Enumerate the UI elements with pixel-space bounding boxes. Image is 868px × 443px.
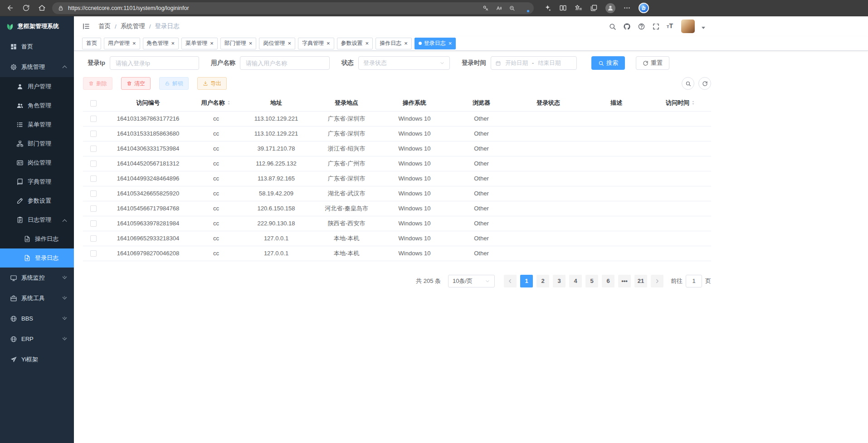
- sidebar-item-bbs[interactable]: BBS: [0, 308, 74, 329]
- zoom-out-icon[interactable]: [509, 5, 515, 11]
- row-checkbox[interactable]: [90, 220, 97, 227]
- sidebar-item-post-management[interactable]: 岗位管理: [0, 153, 74, 172]
- tab-6[interactable]: 字典管理×: [298, 38, 334, 49]
- favorites-bar-icon[interactable]: [575, 4, 582, 12]
- row-checkbox[interactable]: [90, 205, 97, 212]
- goto-page-input[interactable]: [686, 275, 702, 287]
- login-ip-input[interactable]: [110, 56, 199, 70]
- reset-button[interactable]: 重置: [636, 56, 669, 70]
- breadcrumb-item[interactable]: 首页: [98, 22, 111, 30]
- search-button[interactable]: 搜索: [591, 56, 625, 70]
- font-size-icon[interactable]: TT: [667, 23, 674, 30]
- sidebar-item-role-management[interactable]: 角色管理: [0, 96, 74, 115]
- sidebar-item-operation-log[interactable]: 操作日志: [0, 229, 74, 248]
- column-header[interactable]: 用户名称: [192, 95, 240, 111]
- refresh-table-button[interactable]: [698, 77, 711, 90]
- sidebar-item-department-management[interactable]: 部门管理: [0, 134, 74, 153]
- split-screen-icon[interactable]: [559, 4, 567, 12]
- sidebar-item-login-log[interactable]: 登录日志: [0, 248, 74, 268]
- profile-icon[interactable]: [605, 3, 615, 13]
- export-button[interactable]: 导出: [197, 77, 227, 90]
- url-text[interactable]: https://ccnetcore.com:1101/system/log/lo…: [68, 5, 478, 11]
- close-icon[interactable]: ×: [327, 40, 330, 46]
- page-button-3[interactable]: 3: [553, 275, 566, 287]
- tab-4[interactable]: 部门管理×: [220, 38, 257, 49]
- read-aloud-icon[interactable]: [496, 5, 502, 11]
- row-checkbox[interactable]: [90, 190, 97, 197]
- more-pages-button[interactable]: •••: [618, 275, 631, 287]
- page-button-6[interactable]: 6: [602, 275, 614, 287]
- row-checkbox[interactable]: [90, 146, 97, 152]
- close-icon[interactable]: ×: [171, 40, 175, 46]
- select-all-checkbox[interactable]: [90, 100, 97, 107]
- page-size-select[interactable]: 10条/页: [448, 275, 495, 287]
- sidebar-item-parameter-settings[interactable]: 参数设置: [0, 191, 74, 210]
- row-checkbox[interactable]: [90, 131, 97, 137]
- login-time-range-picker[interactable]: 开始日期 - 结束日期: [491, 56, 577, 70]
- toggle-search-button[interactable]: [682, 77, 694, 90]
- collections-icon[interactable]: [590, 4, 598, 12]
- sidebar-item-yi-framework[interactable]: Yi框架: [0, 349, 74, 370]
- key-icon[interactable]: [483, 5, 489, 11]
- page-button-4[interactable]: 4: [569, 275, 582, 287]
- sidebar-item-dictionary-management[interactable]: 字典管理: [0, 172, 74, 191]
- sidebar-item-system-monitor[interactable]: 系统监控: [0, 268, 74, 288]
- browser-essentials-icon[interactable]: [544, 4, 551, 12]
- tab-9[interactable]: 登录日志×: [414, 38, 456, 49]
- tab-0[interactable]: 首页: [82, 38, 101, 49]
- row-checkbox[interactable]: [90, 235, 97, 242]
- close-icon[interactable]: ×: [132, 40, 136, 46]
- tab-2[interactable]: 角色管理×: [143, 38, 179, 49]
- sidebar-item-menu-management[interactable]: 菜单管理: [0, 115, 74, 134]
- username-input[interactable]: [240, 56, 330, 70]
- breadcrumb-item[interactable]: 系统管理: [121, 22, 145, 30]
- chevron-down-icon[interactable]: [702, 27, 705, 29]
- close-icon[interactable]: ×: [249, 40, 253, 46]
- close-icon[interactable]: ×: [404, 40, 408, 46]
- site-info-icon[interactable]: [58, 5, 64, 11]
- close-icon[interactable]: ×: [210, 40, 214, 46]
- github-icon[interactable]: [623, 23, 631, 30]
- sidebar-item-erp[interactable]: ERP: [0, 329, 74, 349]
- tab-1[interactable]: 用户管理×: [104, 38, 140, 49]
- status-select[interactable]: 登录状态: [358, 56, 450, 70]
- help-icon[interactable]: [638, 23, 645, 30]
- fullscreen-icon[interactable]: [652, 23, 660, 30]
- tab-7[interactable]: 参数设置×: [337, 38, 373, 49]
- clear-button[interactable]: 清空: [121, 77, 151, 90]
- sidebar-item-system-tools[interactable]: 系统工具: [0, 288, 74, 308]
- row-checkbox[interactable]: [90, 116, 97, 122]
- column-header[interactable]: 访问时间: [650, 95, 711, 111]
- sidebar-item-log-management[interactable]: 日志管理: [0, 210, 74, 229]
- sidebar-item-system-management[interactable]: 系统管理: [0, 57, 74, 77]
- unlock-button[interactable]: 解锁: [159, 77, 189, 90]
- tab-5[interactable]: 岗位管理×: [259, 38, 295, 49]
- more-icon[interactable]: [623, 4, 631, 12]
- refresh-icon[interactable]: [22, 4, 30, 12]
- copilot-icon[interactable]: b: [639, 3, 649, 13]
- row-checkbox[interactable]: [90, 175, 97, 182]
- close-icon[interactable]: ×: [366, 40, 369, 46]
- user-avatar[interactable]: [681, 19, 695, 33]
- next-page-button[interactable]: [651, 275, 663, 287]
- prev-page-button[interactable]: [504, 275, 517, 287]
- sidebar-item-home[interactable]: 首页: [0, 36, 74, 57]
- tab-3[interactable]: 菜单管理×: [181, 38, 218, 49]
- sidebar-item-user-management[interactable]: 用户管理: [0, 77, 74, 96]
- collapse-menu-icon[interactable]: [82, 22, 90, 30]
- row-checkbox[interactable]: [90, 250, 97, 257]
- page-button-21[interactable]: 21: [634, 275, 647, 287]
- favorites-star-icon[interactable]: [522, 5, 528, 11]
- close-icon[interactable]: ×: [449, 40, 452, 46]
- back-icon[interactable]: [6, 4, 14, 12]
- delete-button[interactable]: 删除: [83, 77, 112, 90]
- page-button-5[interactable]: 5: [585, 275, 598, 287]
- tab-8[interactable]: 操作日志×: [375, 38, 412, 49]
- close-icon[interactable]: ×: [288, 40, 291, 46]
- search-icon[interactable]: [609, 23, 616, 30]
- address-bar[interactable]: https://ccnetcore.com:1101/system/log/lo…: [52, 2, 534, 14]
- page-button-1[interactable]: 1: [520, 275, 533, 287]
- home-icon[interactable]: [38, 4, 46, 12]
- page-button-2[interactable]: 2: [536, 275, 549, 287]
- row-checkbox[interactable]: [90, 161, 97, 167]
